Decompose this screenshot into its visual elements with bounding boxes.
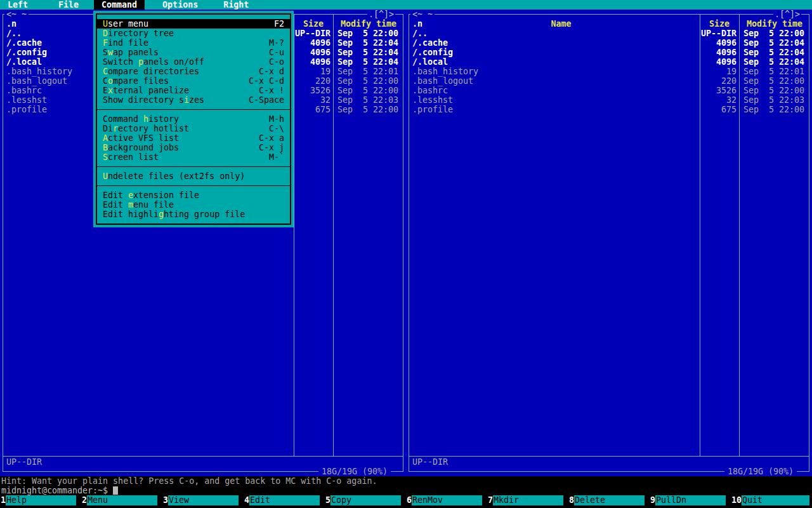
menu-item-command-history[interactable]: Command historyM-h — [97, 114, 290, 124]
menu-item-directory-tree[interactable]: Directory tree — [97, 29, 290, 38]
left-mtime-column-header[interactable]: Modify time — [333, 19, 404, 29]
file-mtime: Sep 5 22:01 — [337, 67, 398, 76]
right-size-column-header[interactable]: Size — [700, 19, 739, 29]
menu-item-swap-panels[interactable]: Swap panelsC-u — [97, 48, 290, 57]
fnkey-copy[interactable]: 5Copy — [325, 495, 406, 505]
fnkey-label: RenMov — [412, 495, 482, 505]
right-panel: <~ ~ .[^]> .n Name Size Modify time /..U… — [407, 10, 811, 476]
menu-item-shortcut: C-o — [269, 57, 284, 67]
menu-item-compare-directories[interactable]: Compare directoriesC-x d — [97, 67, 290, 76]
menu-item-switch-panels-on-off[interactable]: Switch panels on/offC-o — [97, 57, 290, 67]
menu-item-edit-highlighting-group-file[interactable]: Edit highlighting group file — [97, 210, 290, 219]
file-name: .bashrc — [6, 86, 42, 95]
menu-item-label: Edit menu file — [103, 200, 174, 210]
fnkey-view[interactable]: 3View — [162, 495, 244, 505]
file-row[interactable]: /.local4096Sep 5 22:04 — [407, 57, 811, 67]
right-mtime-column-header[interactable]: Modify time — [739, 19, 810, 29]
menu-item-compare-files[interactable]: Compare filesC-x C-d — [97, 76, 290, 86]
file-size: 675 — [293, 105, 331, 114]
fnkey-renmov[interactable]: 6RenMov — [406, 495, 487, 505]
file-name: /.cache — [412, 38, 448, 48]
menu-item-label: Edit extension file — [103, 190, 199, 200]
file-size: 19 — [699, 67, 737, 76]
menu-item-label: Compare files — [103, 76, 169, 86]
menu-item-user-menu[interactable]: User menuF2 — [97, 19, 290, 29]
file-size: 32 — [699, 95, 737, 105]
screen: { "colors": { "background": "#000000", "… — [0, 0, 812, 508]
fnkey-label: Mkdir — [493, 495, 563, 505]
left-panel-path[interactable]: <~ ~ — [4, 10, 29, 19]
left-panel-nav-buttons[interactable]: .[^]> — [367, 10, 395, 19]
file-size: 4096 — [699, 38, 737, 48]
menu-item-label: Show directory sizes — [103, 95, 204, 105]
fnkey-number: 4 — [244, 495, 249, 505]
file-mtime: Sep 5 22:00 — [337, 105, 398, 114]
menu-item-shortcut: M-? — [269, 38, 284, 48]
menu-item-label: Directory hotlist — [103, 124, 189, 133]
fnkey-help[interactable]: 1Help — [0, 495, 81, 505]
file-row[interactable]: .bash_logout220Sep 5 22:00 — [407, 76, 811, 86]
fnkey-number: 1 — [0, 495, 6, 505]
fnkey-number: 9 — [650, 495, 655, 505]
file-size: 675 — [699, 105, 737, 114]
menu-item-external-panelize[interactable]: External panelizeC-x ! — [97, 86, 290, 95]
menu-item-hotkey-letter: e — [128, 190, 133, 200]
fnkey-edit[interactable]: 4Edit — [244, 495, 325, 505]
file-size: UP--DIR — [293, 29, 331, 38]
file-mtime: Sep 5 22:00 — [743, 105, 804, 114]
menu-item-label: Find file — [103, 38, 148, 48]
file-name: .lesshst — [412, 95, 453, 105]
menu-item-background-jobs[interactable]: Background jobsC-x j — [97, 143, 290, 152]
menu-item-undelete-files-ext2fs-only[interactable]: Undelete files (ext2fs only) — [97, 171, 290, 181]
fnkey-menu[interactable]: 2Menu — [81, 495, 162, 505]
menubar-right[interactable]: Right — [216, 0, 256, 10]
fnkey-mkdir[interactable]: 7Mkdir — [487, 495, 568, 505]
left-size-column-header[interactable]: Size — [294, 19, 333, 29]
menu-item-show-directory-sizes[interactable]: Show directory sizesC-Space — [97, 95, 290, 105]
menu-item-directory-hotlist[interactable]: Directory hotlistC-\ — [97, 124, 290, 133]
file-mtime: Sep 5 22:04 — [743, 57, 804, 67]
menubar-file[interactable]: File — [51, 0, 86, 10]
file-row[interactable]: .lesshst32Sep 5 22:03 — [407, 95, 811, 105]
shell-cursor[interactable] — [113, 486, 118, 495]
menubar-command[interactable]: Command — [94, 0, 145, 10]
right-name-column-header[interactable]: Name — [422, 19, 700, 29]
shell-prompt-row[interactable]: midnight@commander:~$ — [1, 486, 118, 495]
fnkey-label: Menu — [87, 495, 157, 505]
fnkey-number: 10 — [731, 495, 742, 505]
menu-item-active-vfs-list[interactable]: Active VFS listC-x a — [97, 133, 290, 143]
menubar-left[interactable]: Left — [0, 0, 36, 10]
fnkey-number: 7 — [487, 495, 493, 505]
file-mtime: Sep 5 22:00 — [337, 86, 398, 95]
file-row[interactable]: /.config4096Sep 5 22:04 — [407, 48, 811, 57]
menu-item-screen-list[interactable]: Screen listM-` — [97, 152, 290, 162]
fnkey-pulldn[interactable]: 9PullDn — [650, 495, 731, 505]
fnkey-quit[interactable]: 10Quit — [731, 495, 812, 505]
file-row[interactable]: /.cache4096Sep 5 22:04 — [407, 38, 811, 48]
file-name: .profile — [412, 105, 453, 114]
menu-item-edit-menu-file[interactable]: Edit menu file — [97, 200, 290, 210]
file-size: 4096 — [293, 57, 331, 67]
fnkey-delete[interactable]: 8Delete — [568, 495, 650, 505]
file-mtime: Sep 5 22:00 — [337, 76, 398, 86]
fnkey-number: 2 — [81, 495, 87, 505]
file-row[interactable]: .bashrc3526Sep 5 22:00 — [407, 86, 811, 95]
left-ministatus-separator — [3, 456, 403, 457]
menu-item-label: Switch panels on/off — [103, 57, 204, 67]
right-panel-nav-buttons[interactable]: .[^]> — [773, 10, 801, 19]
file-size: 4096 — [293, 48, 331, 57]
file-mtime: Sep 5 22:01 — [743, 67, 804, 76]
file-row[interactable]: /..UP--DIRSep 5 22:00 — [407, 29, 811, 38]
fnkey-label: Copy — [331, 495, 401, 505]
menu-item-shortcut: C-x d — [259, 67, 284, 76]
menubar-options[interactable]: Options — [155, 0, 206, 10]
file-row[interactable]: .profile675Sep 5 22:00 — [407, 105, 811, 114]
right-panel-path[interactable]: <~ ~ — [410, 10, 435, 19]
file-row[interactable]: .bash_history19Sep 5 22:01 — [407, 67, 811, 76]
menu-item-find-file[interactable]: Find fileM-? — [97, 38, 290, 48]
menu-item-shortcut: C-x j — [259, 143, 284, 152]
file-mtime: Sep 5 22:04 — [743, 48, 804, 57]
menu-separator — [97, 105, 290, 114]
menu-item-hotkey-letter: m — [128, 200, 133, 210]
menu-item-edit-extension-file[interactable]: Edit extension file — [97, 190, 290, 200]
